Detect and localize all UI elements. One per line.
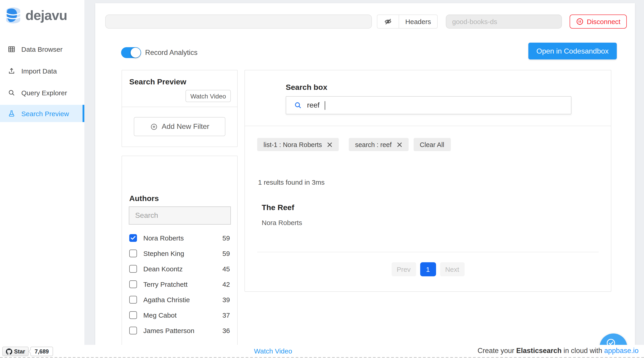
authors-search-input[interactable]: [129, 206, 231, 225]
divider: [257, 252, 599, 252]
footer-promo: Create your Elasticsearch in cloud with …: [478, 347, 638, 355]
disconnect-button[interactable]: Disconnect: [570, 15, 627, 29]
author-count: 59: [222, 234, 230, 242]
author-name: Terry Pratchett: [143, 280, 222, 288]
author-filter-row[interactable]: Stephen King 59: [122, 245, 237, 261]
logo-text: dejavu: [26, 8, 67, 23]
add-filter-label: Add New Filter: [162, 123, 209, 131]
filter-chip-label: search : reef: [355, 141, 392, 148]
upload-icon: [8, 67, 16, 75]
watch-video-button[interactable]: Watch Video: [186, 90, 231, 102]
author-count: 42: [222, 280, 230, 288]
footer: Star 7,689 Watch Video Create your Elast…: [0, 345, 644, 358]
search-box-title: Search box: [286, 83, 327, 92]
headers-button-group: Headers: [377, 15, 438, 29]
author-count: 36: [222, 326, 230, 334]
sidebar-item-data-browser[interactable]: Data Browser: [0, 42, 84, 56]
clear-all-button[interactable]: Clear All: [414, 138, 450, 151]
pause-circle-icon: [576, 18, 584, 26]
author-name: Meg Cabot: [143, 311, 222, 319]
author-filter-row[interactable]: Meg Cabot 37: [122, 307, 237, 323]
footer-watch-video-link[interactable]: Watch Video: [254, 347, 292, 355]
flask-icon: [8, 110, 16, 117]
pagination-page-1-button[interactable]: 1: [420, 262, 436, 276]
pagination-next-button[interactable]: Next: [440, 262, 464, 276]
record-analytics-toggle[interactable]: [121, 47, 141, 58]
filter-chip-label: list-1 : Nora Roberts: [264, 141, 322, 148]
author-checkbox[interactable]: [129, 265, 137, 272]
close-icon[interactable]: [396, 142, 402, 147]
promo-prefix: Create your: [478, 347, 516, 354]
toggle-knob: [130, 48, 140, 58]
author-checkbox[interactable]: [129, 326, 137, 334]
search-preview-panel: Search Preview Watch Video Add New Filte…: [122, 70, 238, 147]
divider: [245, 126, 611, 126]
record-analytics-label: Record Analytics: [145, 49, 198, 57]
table-grid-icon: [8, 45, 16, 53]
author-name: Agatha Christie: [143, 296, 222, 303]
search-icon: [294, 101, 302, 109]
author-count: 59: [222, 249, 230, 257]
sidebar-item-label: Query Explorer: [21, 89, 67, 96]
search-query-text: reef: [307, 101, 320, 109]
filter-chip[interactable]: search : reef: [349, 138, 408, 151]
pagination-prev-button[interactable]: Prev: [392, 262, 416, 276]
github-icon: [6, 348, 12, 354]
sidebar-item-label: Data Browser: [21, 45, 62, 53]
results-list: The Reef Nora Roberts: [262, 203, 599, 226]
plus-circle-icon: [150, 123, 158, 130]
author-count: 37: [222, 311, 230, 319]
author-checkbox[interactable]: [129, 249, 137, 257]
text-cursor: [324, 101, 325, 110]
author-filter-row[interactable]: Terry Pratchett 42: [122, 276, 237, 292]
sidebar-item-label: Import Data: [21, 67, 57, 75]
author-checkbox[interactable]: [129, 311, 137, 319]
result-stats: 1 results found in 3ms: [258, 178, 325, 186]
author-count: 45: [222, 265, 230, 272]
authors-list: Nora Roberts 59 Stephen King 59: [122, 230, 237, 338]
search-box-input[interactable]: reef: [286, 96, 572, 114]
pagination: Prev 1 Next: [392, 262, 464, 276]
cluster-url-input[interactable]: [105, 15, 372, 29]
result-item: The Reef Nora Roberts: [262, 203, 599, 226]
author-name: James Patterson: [143, 326, 222, 334]
results-panel: Search box reef list-1 : Nora Roberts: [244, 70, 611, 292]
open-in-codesandbox-button[interactable]: Open in Codesandbox: [528, 43, 617, 60]
close-icon[interactable]: [327, 142, 332, 147]
add-new-filter-button[interactable]: Add New Filter: [134, 117, 226, 136]
appbase-link[interactable]: appbase.io: [604, 347, 638, 354]
result-author: Nora Roberts: [262, 219, 599, 226]
author-checkbox[interactable]: [129, 234, 137, 242]
main-content-card: Headers Disconnect Record Analytics Open…: [95, 3, 635, 345]
facet-title: Authors: [129, 194, 159, 203]
github-star-count[interactable]: 7,689: [30, 347, 53, 356]
dejavu-logo-icon: [5, 7, 21, 24]
index-name-input[interactable]: [446, 15, 562, 29]
panel-title: Search Preview: [129, 78, 186, 87]
promo-middle: in cloud with: [562, 347, 604, 354]
author-name: Dean Koontz: [143, 265, 222, 272]
divider: [122, 107, 237, 107]
toggle-url-visibility-button[interactable]: [377, 15, 399, 28]
author-filter-row[interactable]: Agatha Christie 39: [122, 292, 237, 307]
sidebar-item-query-explorer[interactable]: Query Explorer: [0, 86, 84, 99]
sidebar-item-import-data[interactable]: Import Data: [0, 64, 84, 78]
sidebar-item-label: Search Preview: [21, 110, 69, 117]
authors-facet-panel: Authors Nora Roberts 59: [122, 156, 238, 348]
app-logo: dejavu: [5, 7, 67, 24]
github-star-widget: Star 7,689: [2, 347, 53, 356]
search-icon: [8, 89, 16, 96]
sidebar-item-search-preview[interactable]: Search Preview: [0, 105, 84, 122]
author-checkbox[interactable]: [129, 296, 137, 303]
author-filter-row[interactable]: Dean Koontz 45: [122, 261, 237, 276]
author-name: Stephen King: [143, 249, 222, 257]
filter-chip[interactable]: list-1 : Nora Roberts: [257, 138, 339, 151]
star-label: Star: [14, 348, 25, 354]
author-filter-row[interactable]: James Patterson 36: [122, 323, 237, 338]
author-filter-row[interactable]: Nora Roberts 59: [122, 230, 237, 245]
app: dejavu Data Browser Import Data: [0, 0, 644, 358]
headers-button[interactable]: Headers: [399, 15, 437, 28]
github-star-button[interactable]: Star: [2, 347, 29, 356]
promo-product: Elasticsearch: [516, 347, 562, 354]
author-checkbox[interactable]: [129, 280, 137, 288]
